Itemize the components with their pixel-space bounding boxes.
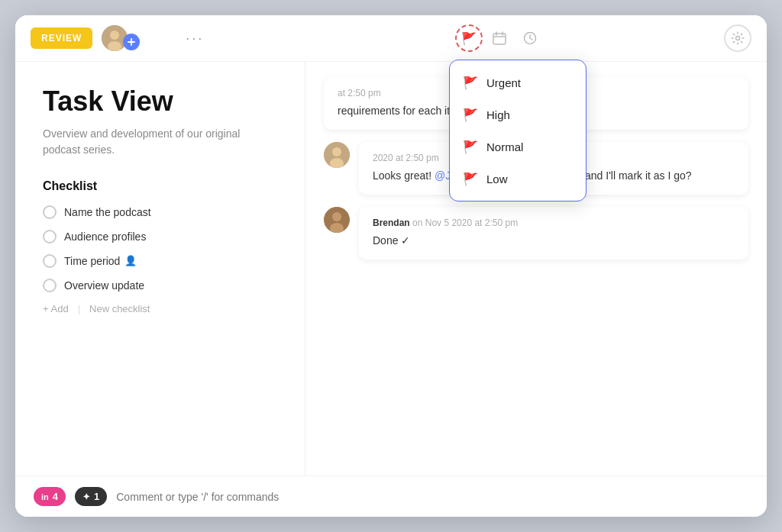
comment-3-text: Done ✓ xyxy=(373,233,735,249)
comment-2-avatar xyxy=(324,142,350,168)
comment-3: Brendan on Nov 5 2020 at 2:50 pm Done ✓ xyxy=(359,207,748,260)
priority-option-low[interactable]: 🚩 Low xyxy=(450,163,586,195)
high-flag-icon: 🚩 xyxy=(464,107,477,122)
settings-button[interactable] xyxy=(724,24,751,52)
three-dots-menu[interactable]: ··· xyxy=(186,31,204,47)
flag-icon: 🚩 xyxy=(461,31,477,46)
priority-dropdown: 🚩 Urgent 🚩 High 🚩 Normal 🚩 Low xyxy=(449,60,586,202)
add-checklist-item[interactable]: + Add xyxy=(43,303,69,314)
checklist-label-1: Name the podcast xyxy=(64,206,151,218)
low-flag-icon: 🚩 xyxy=(464,171,477,186)
checklist-item-1: Name the podcast xyxy=(43,205,277,219)
checklist-item-2: Audience profiles xyxy=(43,230,277,243)
low-label: Low xyxy=(486,172,508,185)
svg-rect-3 xyxy=(493,34,506,44)
settings-icon xyxy=(731,31,745,45)
checklist-circle-3[interactable] xyxy=(43,254,57,268)
svg-point-1 xyxy=(110,31,119,40)
toolbar-center: 🚩 🚩 Urgent 🚩 High 🚩 Normal xyxy=(290,24,709,52)
app-window: REVIEW ··· xyxy=(15,15,767,517)
checklist-label-4: Overview update xyxy=(64,279,144,292)
badge-count-2: 1 xyxy=(94,491,99,502)
left-panel: Task View Overview and development of ou… xyxy=(15,62,305,476)
checklist-actions: + Add | New checklist xyxy=(43,303,277,314)
urgent-flag-icon: 🚩 xyxy=(464,75,477,90)
high-label: High xyxy=(486,108,510,121)
checklist-title: Checklist xyxy=(43,179,277,193)
new-checklist[interactable]: New checklist xyxy=(89,303,150,314)
checklist-label-3: Time period 👤 xyxy=(64,255,137,267)
clock-button[interactable] xyxy=(516,24,544,52)
normal-flag-icon: 🚩 xyxy=(464,139,477,154)
svg-point-10 xyxy=(332,212,341,221)
top-bar-left: REVIEW ··· xyxy=(31,25,290,51)
priority-option-normal[interactable]: 🚩 Normal xyxy=(450,131,586,163)
top-bar: REVIEW ··· xyxy=(15,15,767,62)
calendar-icon xyxy=(493,31,506,45)
checklist-circle-4[interactable] xyxy=(43,279,57,292)
checklist-label-2: Audience profiles xyxy=(64,231,146,243)
comment-3-wrapper: Brendan on Nov 5 2020 at 2:50 pm Done ✓ xyxy=(324,207,748,260)
task-title: Task View xyxy=(43,86,277,117)
normal-label: Normal xyxy=(486,140,523,153)
comment-3-avatar xyxy=(324,207,350,233)
review-button[interactable]: REVIEW xyxy=(31,27,92,49)
comment-input[interactable] xyxy=(116,491,748,503)
checklist-circle-2[interactable] xyxy=(43,230,57,243)
avatar-group xyxy=(102,25,140,51)
badge-count-1: 4 xyxy=(53,491,58,502)
comment-1-timestamp: at 2:50 pm xyxy=(338,88,381,98)
priority-option-high[interactable]: 🚩 High xyxy=(450,98,586,131)
task-description: Overview and development of our original… xyxy=(43,126,277,158)
checklist-circle-1[interactable] xyxy=(43,205,57,219)
badge-figma[interactable]: ✦ 1 xyxy=(75,487,107,506)
comment-3-header: Brendan on Nov 5 2020 at 2:50 pm xyxy=(373,218,735,228)
top-bar-right xyxy=(724,24,751,52)
svg-point-7 xyxy=(332,147,341,156)
comment-3-timestamp: on Nov 5 2020 at 2:50 pm xyxy=(412,218,518,228)
assign-user-icon: 👤 xyxy=(124,255,137,266)
comment-3-author: Brendan xyxy=(373,218,410,228)
main-content: Task View Overview and development of ou… xyxy=(15,62,767,476)
linkedin-icon: in xyxy=(41,492,49,501)
figma-icon: ✦ xyxy=(82,492,90,502)
separator: | xyxy=(78,303,80,314)
bottom-bar: in 4 ✦ 1 xyxy=(15,476,767,517)
priority-option-urgent[interactable]: 🚩 Urgent xyxy=(450,66,586,98)
add-user-button[interactable] xyxy=(123,34,140,50)
urgent-label: Urgent xyxy=(486,76,521,89)
checklist-item-3: Time period 👤 xyxy=(43,254,277,268)
calendar-button[interactable] xyxy=(486,24,513,52)
priority-flag-button[interactable]: 🚩 🚩 Urgent 🚩 High 🚩 Normal xyxy=(455,24,483,52)
badge-linkedin[interactable]: in 4 xyxy=(34,487,66,506)
comment-2-timestamp: 2020 at 2:50 pm xyxy=(373,153,439,163)
clock-icon xyxy=(523,31,537,45)
svg-point-5 xyxy=(736,37,740,40)
checklist-item-4: Overview update xyxy=(43,279,277,292)
